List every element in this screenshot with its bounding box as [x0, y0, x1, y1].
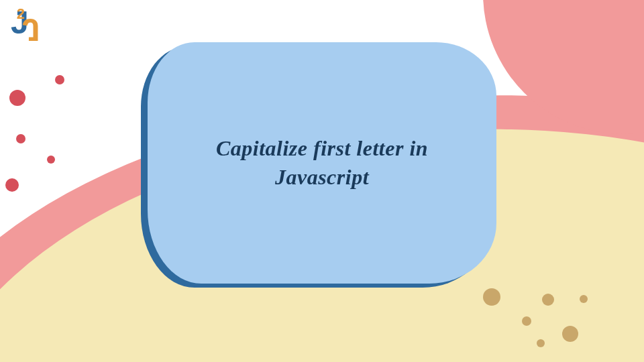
dot-right-3 — [562, 326, 578, 342]
dot-left-3 — [47, 156, 55, 164]
card-title: Capitalize first letter in Javascript — [216, 134, 428, 192]
logo-letter-2: J — [22, 13, 40, 46]
dot-right-2 — [542, 294, 554, 306]
dot-right-5 — [537, 339, 545, 347]
dot-left-4 — [5, 178, 19, 192]
slide: { "logo": { "letter1": "J", "letter2": "… — [0, 0, 644, 362]
title-card: Capitalize first letter in Javascript — [148, 42, 496, 284]
dot-left-0 — [9, 90, 25, 106]
title-line-1: Capitalize first letter in — [216, 136, 428, 160]
dot-right-4 — [580, 295, 588, 303]
dot-left-1 — [55, 75, 64, 84]
title-line-2: Javascript — [275, 165, 369, 189]
dot-right-1 — [522, 316, 531, 326]
dot-left-2 — [16, 134, 25, 143]
dot-right-0 — [483, 288, 500, 306]
logo: J2J — [11, 4, 55, 36]
